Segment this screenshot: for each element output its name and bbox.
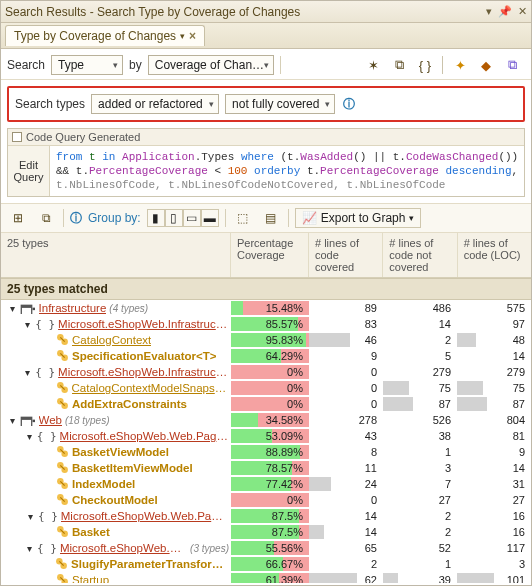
cell-ncov: 2 <box>383 333 457 347</box>
code-query-header[interactable]: Code Query Generated <box>8 129 524 146</box>
pin-icon[interactable]: 📌 <box>498 5 512 18</box>
type-icon <box>56 477 69 492</box>
table-row[interactable]: IndexModel77.42%24731 <box>1 476 531 492</box>
cell-pct: 64.29% <box>231 349 309 363</box>
highlight-icon[interactable]: ✦ <box>451 56 469 74</box>
expand-icon[interactable]: ▾ <box>23 368 32 377</box>
cell-cov: 83 <box>309 317 383 331</box>
filter2-value: not fully covered <box>232 97 319 111</box>
row-name[interactable]: Microsoft.eShopWeb.Web.Pages.B <box>60 430 229 442</box>
grouping-toolbar: ⊞ ⧉ ⓘ Group by: ▮ ▯ ▭ ▬ ⬚ ▤ 📈 Export to … <box>1 203 531 233</box>
collapse-icon[interactable] <box>12 132 22 142</box>
row-name[interactable]: Microsoft.eShopWeb.Infrastructure.Da <box>58 318 229 330</box>
expand-icon[interactable]: ▾ <box>25 432 34 441</box>
cell-cov: 0 <box>309 365 383 379</box>
cell-ncov: 14 <box>383 317 457 331</box>
tree-view-icon[interactable]: ⬚ <box>232 208 254 228</box>
close-window-icon[interactable]: ✕ <box>518 5 527 18</box>
row-name[interactable]: SpecificationEvaluator<T> <box>72 350 216 362</box>
cell-ncov: 75 <box>383 381 457 395</box>
row-name[interactable]: IndexModel <box>72 478 135 490</box>
table-row[interactable]: Basket87.5%14216 <box>1 524 531 540</box>
row-name[interactable]: Microsoft.eShopWeb.Web <box>60 542 187 554</box>
cell-ncov: 2 <box>383 509 457 523</box>
table-row[interactable]: ▾{ }Microsoft.eShopWeb.Infrastructure.Da… <box>1 364 531 380</box>
cell-ncov: 52 <box>383 541 457 555</box>
cube-icon[interactable]: ◆ <box>477 56 495 74</box>
metric-combo[interactable]: Coverage of Chan…▾ <box>148 55 274 75</box>
edit-query-button[interactable]: Edit Query <box>8 146 50 196</box>
graph-icon: 📈 <box>302 211 317 225</box>
cell-pct: 95.83% <box>231 333 309 347</box>
info-icon[interactable]: ⓘ <box>70 210 82 227</box>
filter2-combo[interactable]: not fully covered▾ <box>225 94 335 114</box>
flat-view-icon[interactable]: ▤ <box>260 208 282 228</box>
row-name[interactable]: CatalogContext <box>72 334 151 346</box>
table-row[interactable]: SpecificationEvaluator<T>64.29%9514 <box>1 348 531 364</box>
group-level-2[interactable]: ▯ <box>165 209 183 227</box>
filter1-combo[interactable]: added or refactored▾ <box>91 94 219 114</box>
dropdown-icon[interactable]: ▾ <box>486 5 492 18</box>
table-row[interactable]: ▾▪Infrastructure (4 types)15.48%89486575 <box>1 300 531 316</box>
expand-icon[interactable]: ▾ <box>26 512 35 521</box>
cell-cov: 89 <box>309 301 383 315</box>
row-name[interactable]: CheckoutModel <box>72 494 158 506</box>
row-name[interactable]: Basket <box>72 526 110 538</box>
row-name[interactable]: Microsoft.eShopWeb.Infrastructure.Da <box>58 366 229 378</box>
expand-icon[interactable]: ▾ <box>8 304 17 313</box>
row-name[interactable]: AddExtraConstraints <box>72 398 187 410</box>
info-icon[interactable]: ⓘ <box>343 96 355 113</box>
row-name[interactable]: Startup <box>72 574 109 583</box>
expand-icon[interactable]: ▾ <box>23 320 32 329</box>
table-row[interactable]: ▾{ }Microsoft.eShopWeb.Infrastructure.Da… <box>1 316 531 332</box>
row-name[interactable]: BasketItemViewModel <box>72 462 193 474</box>
copy-icon[interactable]: ⧉ <box>503 56 521 74</box>
table-row[interactable]: CheckoutModel0%02727 <box>1 492 531 508</box>
group-level-4[interactable]: ▬ <box>201 209 219 227</box>
col-loc[interactable]: # lines of code (LOC) <box>458 233 531 277</box>
col-notcovered[interactable]: # lines of code not covered <box>383 233 457 277</box>
expand-icon[interactable]: ▾ <box>8 416 17 425</box>
table-row[interactable]: BasketItemViewModel78.57%11314 <box>1 460 531 476</box>
col-covered[interactable]: # lines of code covered <box>309 233 383 277</box>
expand-all-icon[interactable]: ⊞ <box>7 208 29 228</box>
row-name[interactable]: Web <box>39 414 62 426</box>
export-label: Export to Graph <box>321 211 406 225</box>
table-row[interactable]: ▾{ }Microsoft.eShopWeb.Web (3 types)55.5… <box>1 540 531 556</box>
tab-menu-icon[interactable]: ▾ <box>180 31 185 41</box>
braces-icon[interactable]: { } <box>416 56 434 74</box>
group-level-3[interactable]: ▭ <box>183 209 201 227</box>
collapse-all-icon[interactable]: ⧉ <box>35 208 57 228</box>
col-pct[interactable]: Percentage Coverage <box>231 233 309 277</box>
row-name[interactable]: CatalogContextModelSnapshot <box>72 382 229 394</box>
table-row[interactable]: AddExtraConstraints0%08787 <box>1 396 531 412</box>
export-graph-button[interactable]: 📈 Export to Graph ▾ <box>295 208 422 228</box>
tab-close-icon[interactable]: × <box>189 29 196 43</box>
table-row[interactable]: BasketViewModel88.89%819 <box>1 444 531 460</box>
cell-ncov: 279 <box>383 365 457 379</box>
row-name[interactable]: BasketViewModel <box>72 446 169 458</box>
cell-pct: 0% <box>231 493 309 507</box>
filter-icon[interactable]: ⧉ <box>390 56 408 74</box>
type-icon <box>55 557 68 572</box>
expand-icon[interactable]: ▾ <box>25 544 34 553</box>
table-row[interactable]: Startup61.39%6239101 <box>1 572 531 583</box>
table-row[interactable]: CatalogContextModelSnapshot0%07575 <box>1 380 531 396</box>
table-row[interactable]: ▾▪Web (18 types)34.58%278526804 <box>1 412 531 428</box>
table-row[interactable]: ▾{ }Microsoft.eShopWeb.Web.Pages.B53.09%… <box>1 428 531 444</box>
cell-cov: 8 <box>309 445 383 459</box>
entity-combo[interactable]: Type▾ <box>51 55 123 75</box>
group-level-1[interactable]: ▮ <box>147 209 165 227</box>
cell-cov: 0 <box>309 381 383 395</box>
table-row[interactable]: ▾{ }Microsoft.eShopWeb.Web.Pages87.5%142… <box>1 508 531 524</box>
row-name[interactable]: Infrastructure <box>39 302 107 314</box>
star-icon[interactable]: ✶ <box>364 56 382 74</box>
table-row[interactable]: CatalogContext95.83%46248 <box>1 332 531 348</box>
tab-coverage-changes[interactable]: Type by Coverage of Changes ▾ × <box>5 25 205 46</box>
tab-label: Type by Coverage of Changes <box>14 29 176 43</box>
metric-combo-value: Coverage of Chan… <box>155 58 264 72</box>
row-name[interactable]: SlugifyParameterTransformer <box>71 558 229 570</box>
cell-cov: 46 <box>309 333 383 347</box>
table-row[interactable]: SlugifyParameterTransformer66.67%213 <box>1 556 531 572</box>
row-name[interactable]: Microsoft.eShopWeb.Web.Pages <box>61 510 229 522</box>
